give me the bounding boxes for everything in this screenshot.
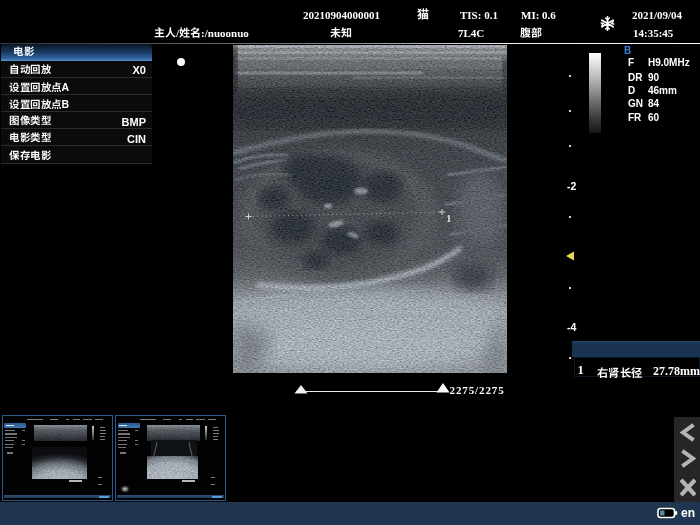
svg-text:1: 1 — [447, 214, 452, 224]
